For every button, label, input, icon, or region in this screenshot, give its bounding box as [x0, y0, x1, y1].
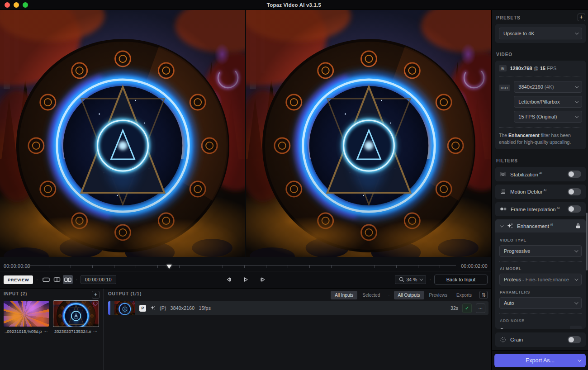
- export-as-label: Export As...: [526, 357, 555, 364]
- output-row[interactable]: P (P) 3840x2160 15fps 32s ✓ ⋯: [108, 301, 488, 315]
- add-preset-button[interactable]: +: [578, 14, 585, 21]
- out-badge: OUT: [499, 85, 510, 91]
- video-header: VIDEO: [496, 52, 585, 57]
- parameters-dropdown[interactable]: Auto: [499, 297, 582, 309]
- transport-bar: PREVIEW · · 00:0: [0, 271, 491, 288]
- enhancement-note: The Enhancement filter has been enabled …: [499, 132, 582, 146]
- chevron-down-icon: [575, 114, 579, 118]
- back-to-input-button[interactable]: Back to Input: [434, 275, 488, 285]
- motion-deblur-icon: [500, 189, 506, 195]
- zoom-level-value: 34 %: [407, 277, 417, 282]
- fractal-thumbnail-art: [4, 301, 49, 327]
- preview-duration-field[interactable]: 00:00:00:10: [81, 275, 116, 284]
- output-fps: 15fps: [199, 305, 211, 311]
- stabilization-icon: [500, 171, 506, 177]
- ai-model-dropdown[interactable]: Proteus - Fine-Tune/Enhance: [499, 274, 582, 285]
- tab-all-outputs[interactable]: All Outputs: [394, 291, 424, 299]
- preview-button[interactable]: PREVIEW: [4, 275, 33, 284]
- view-mode-group: [41, 275, 73, 284]
- slider-knob[interactable]: [499, 328, 504, 329]
- input-item-menu-button[interactable]: ⋯: [43, 329, 48, 334]
- output-duration: 32s: [450, 305, 458, 311]
- split-view-button[interactable]: [52, 275, 62, 284]
- step-forward-icon: [260, 277, 266, 282]
- separator-dot: ·: [388, 293, 389, 298]
- separator-dot: ·: [429, 277, 431, 282]
- separator-dot: ·: [36, 277, 38, 282]
- preview-badge: P: [139, 305, 146, 312]
- side-by-side-view-icon: [64, 277, 71, 282]
- titlebar: Topaz Video AI v3.1.5: [0, 0, 588, 10]
- preset-value: Upscale to 4K: [503, 31, 534, 36]
- playhead-marker[interactable]: [166, 265, 172, 269]
- timeline-end-timecode: 00:00:02:00: [461, 263, 488, 269]
- output-resolution-dropdown[interactable]: 3840x2160 (4K): [514, 81, 582, 93]
- video-panel: IN 1280x768 @ 15 FPS OUT 3840x2160 (4K) …: [495, 61, 586, 149]
- zoom-level-dropdown[interactable]: 34 %: [395, 275, 427, 284]
- input-thumbnail[interactable]: [53, 301, 99, 327]
- tab-all-inputs[interactable]: All Inputs: [331, 291, 357, 299]
- tab-previews[interactable]: Previews: [425, 291, 452, 299]
- filter-label: Motion DeblurAI: [510, 189, 546, 194]
- sort-outputs-button[interactable]: ⇅: [479, 291, 488, 299]
- sidebar-scrollbar-thumb[interactable]: [586, 213, 588, 270]
- frame-interpolation-toggle[interactable]: [568, 205, 581, 213]
- enhancement-panel: EnhancementAI VIDEO TYPE Progressive AI …: [495, 219, 586, 329]
- input-item-menu-button[interactable]: ⋯: [93, 329, 98, 334]
- output-complete-check[interactable]: ✓: [462, 304, 472, 313]
- enhancement-label: EnhancementAI: [517, 223, 553, 229]
- crop-mode-dropdown[interactable]: Letterbox/Pillarbox: [514, 96, 582, 108]
- grain-icon: [500, 337, 506, 343]
- preview-input-pane[interactable]: [0, 10, 245, 257]
- side-by-side-view-button[interactable]: [63, 275, 73, 284]
- comparison-previews: [0, 10, 491, 257]
- grain-toggle[interactable]: [568, 336, 581, 343]
- video-type-value: Progressive: [504, 248, 530, 254]
- step-forward-button[interactable]: [258, 275, 267, 284]
- chevron-down-icon: [578, 358, 581, 361]
- right-controls: 34 % · Back to Input: [395, 275, 488, 285]
- input-thumbnail[interactable]: [4, 301, 49, 327]
- chevron-down-icon: [575, 84, 579, 88]
- output-thumbnail: [114, 301, 135, 315]
- dotted-divider: [499, 127, 582, 128]
- output-row-accent-strip: [108, 301, 110, 315]
- step-back-button[interactable]: [224, 275, 233, 284]
- lock-icon: [575, 223, 581, 229]
- video-type-dropdown[interactable]: Progressive: [499, 245, 582, 257]
- filter-stabilization[interactable]: StabilizationAI: [495, 167, 586, 181]
- export-as-button[interactable]: Export As...: [494, 354, 586, 367]
- input-filename: 20230207135324.mp4: [54, 329, 91, 334]
- chevron-down-icon: [420, 277, 423, 280]
- enhancement-panel-header[interactable]: EnhancementAI: [495, 219, 586, 232]
- motion-deblur-toggle[interactable]: [568, 188, 581, 195]
- parameters-value: Auto: [504, 300, 514, 306]
- filter-motion-deblur[interactable]: Motion DeblurAI: [495, 185, 586, 199]
- filter-grain[interactable]: Grain: [495, 332, 586, 347]
- filter-frame-interpolation[interactable]: Frame InterpolationAI: [495, 202, 586, 217]
- add-input-button[interactable]: +: [92, 291, 100, 299]
- preset-dropdown[interactable]: Upscale to 4K: [499, 28, 582, 39]
- output-row-menu-button[interactable]: ⋯: [476, 304, 485, 313]
- input-item-mp4[interactable]: 20230207135324.mp4 ⋯: [53, 301, 99, 334]
- input-item-png[interactable]: ..09231015,%05d.png ⋯: [4, 301, 49, 334]
- presets-header: PRESETS +: [496, 15, 585, 20]
- chevron-down-icon: [574, 249, 578, 252]
- add-noise-value: 0: [570, 326, 582, 329]
- play-button[interactable]: [241, 275, 250, 284]
- single-view-button[interactable]: [41, 275, 51, 284]
- stabilization-toggle[interactable]: [568, 171, 581, 178]
- step-back-icon: [226, 277, 232, 282]
- output-filter-tabs: All Inputs Selected · All Outputs Previe…: [331, 291, 476, 299]
- enhancement-sparkle-icon: [150, 305, 156, 311]
- frame-rate-dropdown[interactable]: 15 FPS (Original): [514, 111, 582, 123]
- input-panel-header: INPUT (2): [4, 291, 100, 296]
- input-panel: INPUT (2) + ..09231015,%05d.png ⋯: [0, 289, 104, 370]
- timeline-ruler[interactable]: [27, 265, 456, 268]
- filter-label: Grain: [510, 337, 523, 342]
- tab-selected[interactable]: Selected: [358, 291, 384, 299]
- preview-output-pane[interactable]: [245, 10, 491, 257]
- chevron-down-icon: [574, 277, 578, 281]
- tab-exports[interactable]: Exports: [452, 291, 476, 299]
- timeline: 00:00:00:00 00:00:02:00: [0, 257, 491, 271]
